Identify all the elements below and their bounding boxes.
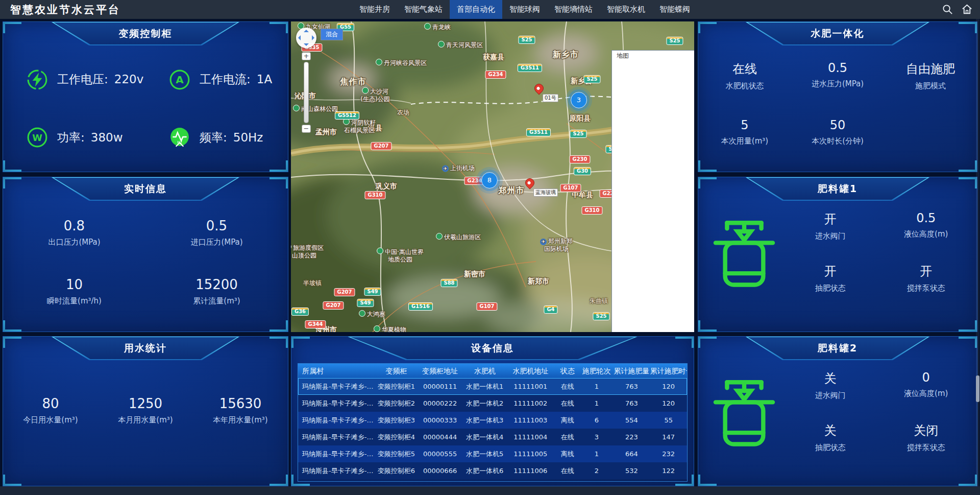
map-label: 新乡市 xyxy=(553,50,579,60)
column-header: 水肥机 xyxy=(463,364,506,378)
stat-machine-status: 在线水肥机状态 xyxy=(698,53,791,110)
map-label: 孟州市 xyxy=(315,128,337,137)
stat-fertilize-mode: 自由施肥施肥模式 xyxy=(884,53,977,110)
device-table: 所属村变频柜变频柜地址水肥机水肥机地址状态施肥轮次累计施肥量累计施肥时长 玛纳斯… xyxy=(298,363,688,482)
column-header: 累计施肥量 xyxy=(613,364,650,378)
road-badge: S25 xyxy=(518,36,535,44)
device-table-row[interactable]: 玛纳斯县-旱卡子滩乡-东岸...变频控制柜300000333水肥一体机31111… xyxy=(298,412,687,429)
stat-power: W 功率:380w xyxy=(3,109,145,167)
search-icon[interactable] xyxy=(942,4,953,15)
map-label: 郑州市 xyxy=(499,185,525,196)
zoom-slider[interactable] xyxy=(304,62,309,123)
pan-right-icon[interactable] xyxy=(312,35,314,40)
device-cluster-marker[interactable]: 8 xyxy=(481,172,498,188)
pan-up-icon[interactable] xyxy=(304,30,309,32)
nav-item-1[interactable]: 智能气象站 xyxy=(397,0,450,19)
map-zoom-control: + − xyxy=(302,52,311,133)
stat-inlet-pressure: 0.5进口压力(MPa) xyxy=(145,210,288,269)
page-scrollbar[interactable] xyxy=(976,19,979,486)
scrollbar-thumb[interactable] xyxy=(976,375,979,402)
road-badge: S88 xyxy=(440,279,457,287)
fertilizer-tank-icon xyxy=(710,217,778,289)
road-badge: S25 xyxy=(593,312,609,320)
map-label: 大沙河 (生态)公园 xyxy=(360,87,389,103)
device-table-row[interactable]: 玛纳斯县-旱卡子滩乡-东岸...变频控制柜600000666水肥一体机61111… xyxy=(298,462,687,479)
panel-title: 肥料罐1 xyxy=(746,177,929,200)
map[interactable]: 九女仙湖青龙峡青天河风景区丹河峡谷风景区焦作市新乡市获嘉县新乡县胙城乡牛屯镇延津… xyxy=(291,21,694,332)
map-label: 大鸿寨 xyxy=(359,310,385,318)
map-label: 原阳县 xyxy=(569,114,591,123)
pin-label: 01号 xyxy=(543,94,558,102)
device-table-row[interactable]: 玛纳斯县-旱卡子滩乡-东岸...变频控制柜100000111水肥一体机11111… xyxy=(298,378,687,395)
device-cluster-marker[interactable]: 3 xyxy=(571,92,587,108)
map-type-hybrid-button[interactable]: 混合 xyxy=(321,29,343,40)
zoom-in-button[interactable]: + xyxy=(302,52,311,60)
stat-instant-flow: 10瞬时流量(m³/h) xyxy=(3,269,145,327)
scenic-spot-icon xyxy=(374,325,380,332)
road-badge: S25 xyxy=(583,75,600,83)
scenic-spot-icon xyxy=(376,59,382,65)
stat-inlet-valve: 开进水阀门 xyxy=(782,204,878,256)
zoom-out-button[interactable]: − xyxy=(302,125,311,133)
stat-pump-status: 开抽肥状态 xyxy=(782,256,878,308)
nav-item-2[interactable]: 首部自动化 xyxy=(450,0,502,19)
map-label: 巩义市 xyxy=(376,182,397,191)
panel-title: 水肥一体化 xyxy=(746,22,929,44)
road-badge: G344 xyxy=(305,320,326,328)
frequency-icon: Hz xyxy=(169,127,190,148)
device-table-row[interactable]: 玛纳斯县-旱卡子滩乡-东岸...变频控制柜500000555水肥一体机51111… xyxy=(298,445,687,462)
power-icon: W xyxy=(27,127,48,148)
panel-header: 设备信息 xyxy=(348,337,637,360)
nav-item-6[interactable]: 智能蝶阀 xyxy=(652,0,697,19)
pan-left-icon[interactable] xyxy=(298,35,301,40)
device-table-row[interactable]: 玛纳斯县-旱卡子滩乡-东岸...变频控制柜400000444水肥一体机41111… xyxy=(298,429,687,445)
panel-header: 水肥一体化 xyxy=(746,22,929,45)
device-table-row[interactable]: 玛纳斯县-旱卡子滩乡-东岸...变频控制柜200000222水肥一体机21111… xyxy=(298,395,687,412)
road-badge: G30 xyxy=(574,167,591,175)
pan-down-icon[interactable] xyxy=(304,43,309,46)
map-label: 朱曲镇 xyxy=(590,297,608,305)
panel-header: 肥料罐1 xyxy=(746,177,929,201)
stat-year-usage: 15630本年用水量(m³) xyxy=(193,369,288,425)
road-badge: G3511 xyxy=(526,128,551,136)
column-header: 施肥轮次 xyxy=(580,364,613,378)
map-label: 获嘉县 xyxy=(483,53,504,62)
nav-item-3[interactable]: 智能球阀 xyxy=(502,0,547,19)
voltage-icon xyxy=(27,69,48,90)
panel-title: 肥料罐2 xyxy=(746,337,929,359)
scenic-spot-icon xyxy=(424,23,431,30)
road-badge: G207 xyxy=(323,301,344,310)
stat-total-flow: 15200累计流量(m³) xyxy=(145,269,288,327)
scenic-spot-icon xyxy=(438,41,445,48)
road-badge: S25 xyxy=(570,130,586,138)
stat-working-current: A 工作电流:1A xyxy=(145,51,288,109)
panel-header: 用水统计 xyxy=(52,337,239,360)
road-badge: G107 xyxy=(560,184,581,192)
road-badge: G4 xyxy=(544,305,557,314)
map-label: 中国·嵩山世界 地质公园 xyxy=(377,248,424,264)
panel-fertigation: 水肥一体化 在线水肥机状态 0.5进水压力(MPa) 自由施肥施肥模式 5本次用… xyxy=(698,21,977,172)
map-label: 河阴软籽 石榴风景区 xyxy=(343,119,376,134)
panel-fertilizer-tank-1: 肥料罐1 开进水阀门 0.5液位高度(m) 开抽肥状态 开搅拌泵状态 xyxy=(698,177,977,332)
footer-strip xyxy=(0,486,980,495)
panel-device-info: 设备信息 所属村变频柜变频柜地址水肥机水肥机地址状态施肥轮次累计施肥量累计施肥时… xyxy=(291,336,694,486)
stat-pump-status: 关抽肥状态 xyxy=(782,415,878,467)
nav-item-4[interactable]: 智能墒情站 xyxy=(547,0,600,19)
map-pan-control[interactable] xyxy=(296,28,316,48)
map-label: 新郑市 xyxy=(528,277,549,286)
column-header: 变频柜地址 xyxy=(416,364,463,378)
panel-title: 设备信息 xyxy=(348,337,637,359)
stat-current-amount: 5本次用量(m³) xyxy=(698,110,791,167)
panel-header: 实时信息 xyxy=(52,177,239,201)
road-badge: G3511 xyxy=(518,64,542,72)
nav-item-0[interactable]: 智能井房 xyxy=(352,0,397,19)
scenic-spot-icon xyxy=(359,310,365,317)
home-icon[interactable] xyxy=(961,4,973,15)
stat-month-usage: 1250本月用水量(m³) xyxy=(98,369,193,425)
scenic-spot-icon xyxy=(291,244,291,250)
map-type-map-button[interactable]: 地图 xyxy=(611,50,694,332)
nav-item-5[interactable]: 智能取水机 xyxy=(600,0,652,19)
road-badge: G310 xyxy=(364,191,385,199)
top-nav-bar: 智慧农业节水云平台 智能井房智能气象站首部自动化智能球阀智能墒情站智能取水机智能… xyxy=(0,0,980,19)
stat-today-usage: 80今日用水量(m³) xyxy=(3,369,98,425)
